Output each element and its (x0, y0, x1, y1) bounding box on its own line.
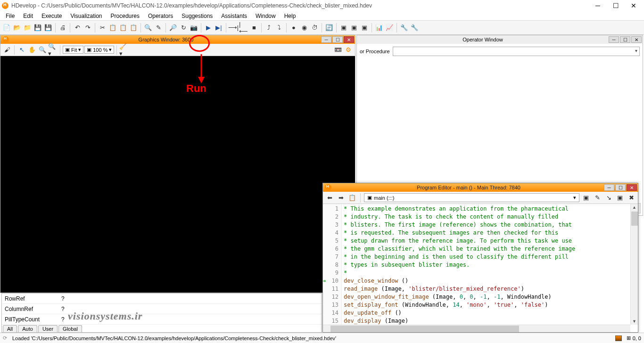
procedure-combo[interactable]: ▣ main (:::)▾ (364, 193, 579, 202)
paste-icon[interactable]: 📋 (118, 23, 128, 33)
fit-combo[interactable]: ▣ Fit ▾ (63, 46, 83, 54)
filter-icon[interactable]: 📋 (347, 193, 357, 203)
clear-icon[interactable]: 🧹▾ (119, 45, 129, 55)
breakpoint-all-icon[interactable]: ◉ (299, 23, 309, 33)
tab-all[interactable]: All (3, 325, 17, 332)
chart2-icon[interactable]: 📈 (385, 23, 394, 33)
menu-execute[interactable]: Execute (38, 12, 66, 20)
pan-icon[interactable]: ✋ (27, 45, 37, 55)
code-line[interactable]: dev_update_off () (344, 309, 636, 317)
find-icon[interactable]: 🔎 (168, 23, 178, 33)
pointer-icon[interactable]: ↖ (17, 45, 26, 55)
cut-icon[interactable]: ✂ (98, 23, 107, 33)
asst2-icon[interactable]: 🔧 (410, 23, 419, 33)
run-icon[interactable]: ▶ (204, 23, 213, 33)
camera-icon[interactable]: 📷 (189, 23, 198, 33)
zoom-dropdown-icon[interactable]: 🔍▾ (48, 45, 58, 55)
copy-icon[interactable]: 📋 (108, 23, 117, 33)
menu-visualization[interactable]: Visualization (66, 12, 106, 20)
rerun-icon[interactable]: ↻ (179, 23, 188, 33)
undo-icon[interactable]: ↶ (73, 23, 82, 33)
maximize-button[interactable]: ☐ (611, 2, 620, 9)
close-button[interactable]: ✕ (629, 2, 638, 9)
nav-back-icon[interactable]: ⬅ (325, 193, 334, 203)
var-value[interactable]: ? (58, 294, 322, 304)
var-name[interactable]: PillTypeCount (2, 314, 58, 325)
code-line[interactable]: dev_open_window_fit_image (Image, 0, 0, … (344, 293, 636, 301)
var-name[interactable]: RowRef (2, 294, 58, 304)
step-out-icon[interactable]: ⤴ (264, 23, 273, 33)
pe-close-button[interactable]: ✕ (627, 184, 637, 191)
code-line[interactable]: dev_display (Image) (344, 317, 636, 325)
scrollbar-thumb[interactable] (330, 326, 519, 332)
var-name[interactable]: ColumnRef (2, 304, 58, 314)
window2-icon[interactable]: ▣ (349, 23, 359, 33)
save-icon[interactable]: 💾 (33, 23, 42, 33)
gw-close-button[interactable]: ✕ (344, 36, 354, 43)
menu-suggestions[interactable]: Suggestions (178, 12, 216, 20)
minimize-button[interactable]: ─ (593, 2, 603, 9)
code-line[interactable]: dev_close_window () (344, 277, 636, 285)
menu-operators[interactable]: Operators (144, 12, 177, 20)
open-icon[interactable]: 📂 (12, 23, 22, 33)
record-icon[interactable]: 📼 (333, 45, 343, 55)
menu-assistants[interactable]: Assistants (217, 12, 251, 20)
window1-icon[interactable]: ▣ (339, 23, 348, 33)
tab-auto[interactable]: Auto (18, 325, 37, 332)
reset-icon[interactable]: 🔄 (324, 23, 334, 33)
nav-forward-icon[interactable]: ➡ (336, 193, 346, 203)
redo-icon[interactable]: ↷ (83, 23, 92, 33)
gw-minimize-button[interactable]: ─ (321, 36, 331, 43)
print-icon[interactable]: 🖨 (58, 23, 67, 33)
operator-combo[interactable] (393, 47, 640, 56)
code-lines[interactable]: * This example demonstrates an applicati… (342, 204, 638, 325)
pe-tool4-icon[interactable]: ▣ (615, 193, 625, 203)
inspect-icon[interactable]: 🔍 (143, 23, 153, 33)
pe-tool5-icon[interactable]: ✖ (627, 193, 636, 203)
ow-minimize-button[interactable]: ─ (609, 36, 619, 43)
stop-icon[interactable]: ■ (249, 23, 259, 33)
zoom-combo[interactable]: ▣ 100 % ▾ (84, 46, 114, 54)
edit-icon[interactable]: ✎ (154, 23, 163, 33)
program-editor-header[interactable]: Program Editor - main () - Main Thread: … (323, 183, 638, 192)
asst1-icon[interactable]: 🔧 (399, 23, 409, 33)
operator-window-header[interactable]: Operator Window ─ ☐ ✕ (357, 35, 643, 44)
scrollbar-thumb[interactable] (631, 212, 638, 226)
code-line[interactable]: * setup drawn from the reference image. … (344, 237, 636, 245)
brush-icon[interactable]: 🖌 (2, 45, 12, 55)
pe-maximize-button[interactable]: ☐ (615, 184, 626, 191)
new-icon[interactable]: 📄 (2, 23, 11, 33)
menu-help[interactable]: Help (281, 12, 300, 20)
zoom-in-icon[interactable]: 🔍 (38, 45, 47, 55)
code-line[interactable]: * blisters. The first image (reference) … (344, 221, 636, 229)
code-line[interactable]: * types in subsequent blister images. (344, 261, 636, 269)
code-line[interactable]: * (344, 269, 636, 277)
chart1-icon[interactable]: 📊 (374, 23, 384, 33)
code-line[interactable]: * is requested. The subsequent images ar… (344, 229, 636, 237)
profiler-icon[interactable]: ⏱ (310, 23, 319, 33)
code-line[interactable]: * in the beginning and is then used to c… (344, 253, 636, 261)
menu-edit[interactable]: Edit (19, 12, 37, 20)
menu-file[interactable]: File (2, 12, 18, 20)
open-recent-icon[interactable]: 📁 (23, 23, 32, 33)
horizontal-scrollbar[interactable] (323, 325, 630, 332)
code-line[interactable]: read_image (Image, 'blister/blister_mixe… (344, 285, 636, 293)
menu-procedures[interactable]: Procedures (107, 12, 143, 20)
gw-maximize-button[interactable]: ☐ (332, 36, 343, 43)
ow-close-button[interactable]: ✕ (631, 36, 642, 43)
code-line[interactable]: * industry. The task is to check the con… (344, 213, 636, 221)
run-step-icon[interactable]: ▶| (214, 23, 223, 33)
tab-global[interactable]: Global (58, 325, 82, 332)
pe-minimize-button[interactable]: ─ (604, 184, 614, 191)
copy-special-icon[interactable]: 📋 (129, 23, 138, 33)
save-all-icon[interactable]: 💾 (43, 23, 53, 33)
settings-icon[interactable]: ⚙ (344, 45, 353, 55)
pe-tool3-icon[interactable]: ↘ (604, 193, 613, 203)
menu-window[interactable]: Window (252, 12, 280, 20)
vertical-scrollbar[interactable]: ▲ ▼ (630, 204, 638, 325)
graphics-canvas[interactable]: Run (0, 56, 355, 293)
code-line[interactable]: * This example demonstrates an applicati… (344, 205, 636, 213)
breakpoint-icon[interactable]: ● (289, 23, 298, 33)
step-into-icon[interactable]: |⟵ (239, 23, 248, 33)
window3-icon[interactable]: ▣ (360, 23, 369, 33)
